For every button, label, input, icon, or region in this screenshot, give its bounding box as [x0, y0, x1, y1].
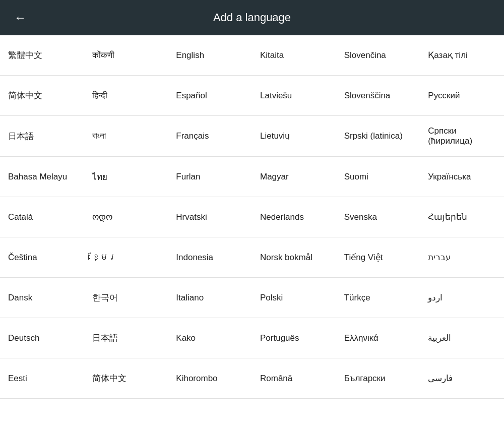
language-item[interactable]: Kako — [168, 318, 252, 358]
language-item[interactable]: Српски (ћирилица) — [420, 116, 504, 157]
language-item[interactable]: Հայերեն — [420, 197, 504, 237]
language-grid: 繁體中文कोंकणीEnglishKitaitaSlovenčinaҚазақ … — [0, 35, 504, 399]
language-item[interactable]: Hrvatski — [168, 197, 252, 237]
language-item[interactable]: Dansk — [0, 278, 84, 318]
language-item[interactable]: Română — [252, 358, 336, 399]
language-item[interactable]: Svenska — [336, 197, 420, 237]
language-item[interactable]: Furlan — [168, 157, 252, 197]
language-item[interactable]: 简体中文 — [84, 358, 168, 399]
language-item[interactable]: ოდო — [84, 197, 168, 237]
language-item[interactable]: Ελληνικά — [336, 318, 420, 358]
language-item[interactable]: Kihorombo — [168, 358, 252, 399]
language-item[interactable]: Kitaita — [252, 35, 336, 76]
language-item[interactable]: 简体中文 — [0, 76, 84, 116]
language-item[interactable]: Português — [252, 318, 336, 358]
language-item[interactable]: कोंकणी — [84, 35, 168, 76]
language-item[interactable]: Slovenščina — [336, 76, 420, 116]
back-button[interactable]: ← — [10, 8, 30, 28]
language-item[interactable]: 日本語 — [0, 116, 84, 157]
language-item[interactable]: Eesti — [0, 358, 84, 399]
language-item[interactable]: Srpski (latinica) — [336, 116, 420, 157]
page-title: Add a language — [213, 11, 291, 24]
language-item[interactable]: Slovenčina — [336, 35, 420, 76]
language-item[interactable]: Magyar — [252, 157, 336, 197]
language-item[interactable]: Українська — [420, 157, 504, 197]
language-item[interactable]: Deutsch — [0, 318, 84, 358]
language-item[interactable]: العربية — [420, 318, 504, 358]
language-item[interactable]: Български — [336, 358, 420, 399]
language-item[interactable]: فارسی — [420, 358, 504, 399]
language-item[interactable]: Tiếng Việt — [336, 237, 420, 278]
language-item[interactable]: Latviešu — [252, 76, 336, 116]
language-item[interactable]: Français — [168, 116, 252, 157]
language-item[interactable]: हिन्दी — [84, 76, 168, 116]
language-item[interactable]: Norsk bokmål — [252, 237, 336, 278]
language-item[interactable]: Polski — [252, 278, 336, 318]
language-item[interactable]: Català — [0, 197, 84, 237]
language-item[interactable]: Čeština — [0, 237, 84, 278]
language-item[interactable]: Bahasa Melayu — [0, 157, 84, 197]
language-item[interactable]: 日本語 — [84, 318, 168, 358]
language-item[interactable]: ไทย — [84, 157, 168, 197]
language-item[interactable]: اردو — [420, 278, 504, 318]
language-item[interactable]: ខ្មែរ — [84, 237, 168, 278]
language-item[interactable]: Suomi — [336, 157, 420, 197]
language-item[interactable]: 한국어 — [84, 278, 168, 318]
language-item[interactable]: עברית — [420, 237, 504, 278]
language-item[interactable]: Қазақ тілі — [420, 35, 504, 76]
language-item[interactable]: Русский — [420, 76, 504, 116]
language-item[interactable]: বাংলা — [84, 116, 168, 157]
language-item[interactable]: 繁體中文 — [0, 35, 84, 76]
language-item[interactable]: Türkçe — [336, 278, 420, 318]
language-item[interactable]: English — [168, 35, 252, 76]
app-header: ← Add a language — [0, 0, 504, 35]
language-item[interactable]: Nederlands — [252, 197, 336, 237]
language-item[interactable]: Lietuvių — [252, 116, 336, 157]
language-item[interactable]: Indonesia — [168, 237, 252, 278]
language-item[interactable]: Italiano — [168, 278, 252, 318]
language-item[interactable]: Español — [168, 76, 252, 116]
